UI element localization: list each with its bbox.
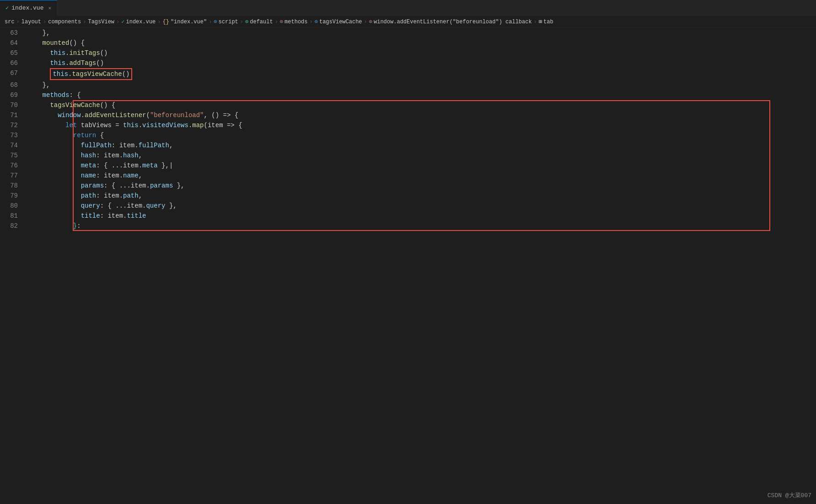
code-line-76: 76 meta: { ...item.meta },| [0, 161, 816, 171]
code-line-79: 79 path: item.path, [0, 191, 816, 201]
breadcrumb-components: components [48, 19, 81, 25]
tab-label: index.vue [11, 5, 43, 11]
watermark: CSDN @大菜007 [768, 491, 811, 499]
line-number-68: 68 [0, 80, 25, 90]
breadcrumb-script: ⊙ script [214, 18, 238, 25]
cache-icon: ⊙ [315, 18, 318, 25]
region-70-82: 70 tagsViewCache() { 71 window.addEventL… [0, 100, 816, 231]
line-number-79: 79 [0, 191, 25, 201]
code-line-71: 71 window.addEventListener("beforeunload… [0, 110, 816, 120]
line-content-68: }, [25, 80, 816, 90]
line-content-64: mounted() { [25, 38, 816, 48]
breadcrumb-tab: ⊞ tab [539, 18, 553, 25]
line-content-67: this.tagsViewCache() [25, 68, 816, 80]
code-line-68: 68 }, [0, 80, 816, 90]
vue-icon: ✓ [121, 18, 124, 25]
methods-icon: ⊙ [280, 18, 283, 25]
breadcrumb-file: ✓ index.vue [121, 18, 156, 25]
breadcrumb-src: src [5, 19, 15, 25]
code-line-75: 75 hash: item.hash, [0, 150, 816, 161]
line-number-74: 74 [0, 140, 25, 150]
line-content-65: this.initTags() [25, 48, 816, 58]
line-number-77: 77 [0, 171, 25, 181]
code-line-67: 67 this.tagsViewCache() [0, 68, 816, 80]
line-number-69: 69 [0, 90, 25, 100]
line-content-75: hash: item.hash, [25, 150, 816, 161]
code-line-74: 74 fullPath: item.fullPath, [0, 140, 816, 150]
code-line-81: 81 title: item.title [0, 211, 816, 221]
code-line-70: 70 tagsViewCache() { [0, 100, 816, 110]
line-content-80: query: { ...item.query }, [25, 201, 816, 211]
line-number-76: 76 [0, 161, 25, 171]
code-line-66: 66 this.addTags() [0, 58, 816, 68]
line-content-71: window.addEventListener("beforeunload", … [25, 110, 816, 120]
window-icon: ⊙ [369, 18, 372, 25]
code-line-72: 72 let tabViews = this.visitedViews.map(… [0, 120, 816, 130]
line-number-78: 78 [0, 181, 25, 191]
code-line-80: 80 query: { ...item.query }, [0, 201, 816, 211]
tab-icon-bc: ⊞ [539, 18, 542, 25]
line-number-63: 63 [0, 28, 25, 38]
line-content-63: }, [25, 28, 816, 38]
line-content-77: name: item.name, [25, 171, 816, 181]
line-content-66: this.addTags() [25, 58, 816, 68]
breadcrumb-window-callback: ⊙ window.addEventListener("beforeunload"… [369, 18, 532, 25]
line-number-82: 82 [0, 221, 25, 231]
breadcrumb-obj: {} "index.vue" [163, 19, 207, 25]
line-content-74: fullPath: item.fullPath, [25, 140, 816, 150]
code-line-64: 64 mounted() { [0, 38, 816, 48]
line-number-70: 70 [0, 100, 25, 110]
line-content-72: let tabViews = this.visitedViews.map(ite… [25, 120, 816, 130]
code-line-65: 65 this.initTags() [0, 48, 816, 58]
line-content-81: title: item.title [25, 211, 816, 221]
code-line-77: 77 name: item.name, [0, 171, 816, 181]
default-icon: ⊙ [245, 18, 248, 25]
breadcrumb-tagsviewcache: ⊙ tagsViewCache [315, 18, 362, 25]
line-content-79: path: item.path, [25, 191, 816, 201]
code-editor: 63 }, 64 mounted() { 65 this.initTags() … [0, 28, 816, 231]
line-content-69: methods: { [25, 90, 816, 100]
tab-index-vue[interactable]: ✓ index.vue ✕ [0, 0, 57, 16]
line-content-78: params: { ...item.params }, [25, 181, 816, 191]
line-number-71: 71 [0, 110, 25, 120]
line-content-73: return { [25, 130, 816, 140]
line-number-75: 75 [0, 150, 25, 161]
breadcrumb-methods: ⊙ methods [280, 18, 308, 25]
breadcrumb-tagsview: TagsView [88, 19, 114, 25]
code-line-82: 82 }: [0, 221, 816, 231]
breadcrumb-default: ⊙ default [245, 18, 273, 25]
breadcrumb-layout: layout [21, 19, 41, 25]
line-number-64: 64 [0, 38, 25, 48]
code-line-63: 63 }, [0, 28, 816, 38]
line-number-73: 73 [0, 130, 25, 140]
script-icon: ⊙ [214, 18, 217, 25]
line-number-72: 72 [0, 120, 25, 130]
obj-icon: {} [163, 19, 169, 25]
code-line-78: 78 params: { ...item.params }, [0, 181, 816, 191]
line-number-67: 67 [0, 68, 25, 78]
line-number-66: 66 [0, 58, 25, 68]
line-content-82: }: [25, 221, 816, 231]
line-content-70: tagsViewCache() { [25, 100, 816, 110]
code-line-69: 69 methods: { [0, 90, 816, 100]
breadcrumb: src › layout › components › TagsView › ✓… [0, 16, 816, 28]
line-number-80: 80 [0, 201, 25, 211]
tab-bar: ✓ index.vue ✕ [0, 0, 816, 16]
line-content-76: meta: { ...item.meta },| [25, 161, 816, 171]
line-number-81: 81 [0, 211, 25, 221]
line-number-65: 65 [0, 48, 25, 58]
tab-close-icon[interactable]: ✕ [48, 5, 51, 11]
code-line-73: 73 return { [0, 130, 816, 140]
vue-file-icon: ✓ [5, 5, 9, 11]
